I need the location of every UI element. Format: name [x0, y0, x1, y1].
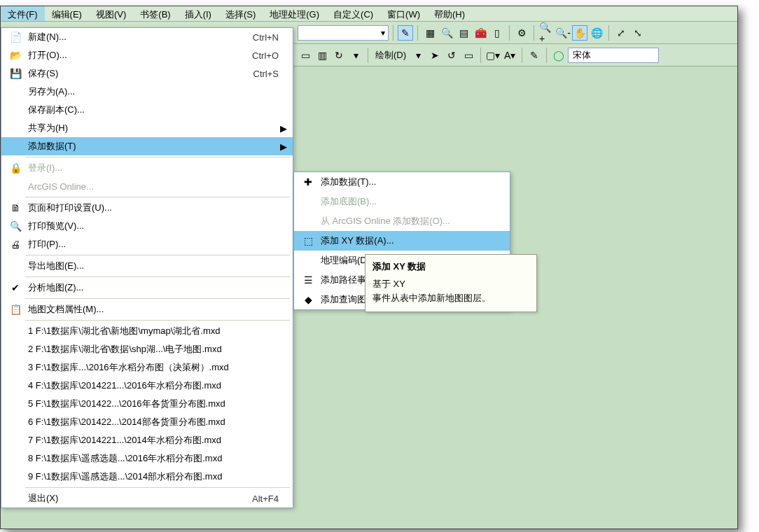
menu-window[interactable]: 窗口(W): [380, 6, 427, 21]
file-new[interactable]: 📄 新建(N)... Ctrl+N: [1, 28, 293, 46]
recent-file-label: 2 F:\1数据库\湖北省\数据\shp湖...\电子地图.mxd: [25, 343, 288, 356]
file-pagesetup-label: 页面和打印设置(U)...: [25, 202, 230, 214]
submenu-item-label: 添加底图(B)...: [318, 195, 506, 208]
file-open-label: 打开(O)...: [25, 49, 230, 62]
recent-file-label: 9 F:\1数据库\遥感选题...\2014部水稻分布图.mxd: [25, 470, 288, 483]
submenu-add-basemap: 添加底图(B)...: [294, 192, 510, 211]
submenu-add-data[interactable]: ✚ 添加数据(T)...: [294, 172, 510, 192]
menu-edit[interactable]: 编辑(E): [45, 6, 89, 21]
recent-file[interactable]: 9 F:\1数据库\遥感选题...\2014部水稻分布图.mxd: [1, 468, 293, 486]
submenu-item-label: 从 ArcGIS Online 添加数据(O)...: [318, 215, 506, 227]
file-saveas-label: 另存为(A)...: [25, 85, 230, 98]
add-data-icon: ✚: [298, 176, 318, 188]
edit-icon[interactable]: ✎: [527, 48, 542, 63]
recent-file[interactable]: 4 F:\1数据库\2014221...\2016年水稻分布图.mxd: [1, 377, 293, 395]
tooltip-title: 添加 XY 数据: [372, 260, 529, 273]
python-icon[interactable]: ▯: [489, 25, 505, 41]
login-icon: 🔒: [6, 162, 25, 174]
scale-combo[interactable]: ▾: [298, 25, 389, 41]
file-save[interactable]: 💾 保存(S) Ctrl+S: [1, 64, 293, 83]
file-add-data[interactable]: 添加数据(T) ▶: [1, 137, 293, 155]
submenu-add-xy-data[interactable]: ⬚ 添加 XY 数据(A)...: [294, 231, 510, 251]
file-save-copy[interactable]: 保存副本(C)...: [1, 101, 293, 119]
file-exit-label: 退出(X): [25, 492, 230, 505]
draw-dropdown-icon[interactable]: ▾: [410, 48, 426, 63]
file-open[interactable]: 📂 打开(O)... Ctrl+O: [1, 46, 293, 64]
collapse-icon[interactable]: ⤡: [630, 25, 646, 41]
file-exit[interactable]: 退出(X) Alt+F4: [1, 489, 293, 507]
rotate-icon[interactable]: ↺: [444, 48, 459, 63]
draw-label[interactable]: 绘制(D): [372, 49, 409, 62]
recent-file[interactable]: 5 F:\1数据库\201422...\2016年各货重分布图.mxd: [1, 395, 293, 413]
route-icon: ☰: [298, 274, 318, 286]
catalog-icon[interactable]: ▦: [422, 25, 438, 41]
toc-icon[interactable]: ▤: [456, 25, 471, 41]
file-new-shortcut: Ctrl+N: [230, 32, 279, 43]
file-new-label: 新建(N)...: [25, 31, 230, 43]
separator: [480, 48, 481, 63]
separator: [368, 48, 368, 63]
zoom-in-icon[interactable]: 🔍+: [538, 25, 554, 41]
separator: [534, 25, 534, 41]
file-doc-props[interactable]: 📋 地图文档属性(M)...: [1, 300, 293, 318]
font-icon[interactable]: ◯: [551, 48, 566, 63]
query-layer-icon: ◆: [298, 294, 318, 305]
text-icon[interactable]: A▾: [502, 48, 517, 63]
file-save-as[interactable]: 另存为(A)...: [1, 83, 293, 101]
menu-insert[interactable]: 插入(I): [178, 6, 218, 21]
file-page-setup[interactable]: 🗎 页面和打印设置(U)...: [1, 199, 293, 217]
editor-toolbar-icon[interactable]: ✎: [398, 25, 413, 41]
full-extent-icon[interactable]: 🌐: [589, 25, 604, 41]
font-combo[interactable]: 宋体: [568, 48, 659, 63]
pan-icon[interactable]: ✋: [572, 25, 587, 41]
recent-file-label: 4 F:\1数据库\2014221...\2016年水稻分布图.mxd: [25, 379, 288, 392]
file-arcgis-online: ArcGIS Online...: [1, 177, 293, 195]
refresh-icon[interactable]: ↻: [331, 48, 347, 63]
menu-file[interactable]: 文件(F): [1, 6, 45, 21]
recent-file-label: 6 F:\1数据库\201422...\2014部各货重分布图.mxd: [25, 416, 288, 428]
menu-geoprocess[interactable]: 地理处理(G): [263, 6, 326, 21]
separator: [393, 25, 394, 41]
recent-file[interactable]: 3 F:\1数据库...\2016年水稻分布图（决策树）.mxd: [1, 358, 293, 377]
menu-selection[interactable]: 选择(S): [218, 6, 263, 21]
separator: [509, 25, 510, 41]
preview-icon: 🔍: [6, 220, 25, 232]
search-icon[interactable]: 🔍: [439, 25, 454, 41]
menu-help[interactable]: 帮助(H): [427, 6, 472, 21]
recent-file[interactable]: 2 F:\1数据库\湖北省\数据\shp湖...\电子地图.mxd: [1, 340, 293, 358]
file-menu-dropdown: 📄 新建(N)... Ctrl+N 📂 打开(O)... Ctrl+O 💾 保存…: [1, 27, 293, 508]
recent-file[interactable]: 1 F:\1数据库\湖北省\新地图\mymap\湖北省.mxd: [1, 322, 293, 340]
file-print-preview[interactable]: 🔍 打印预览(V)...: [1, 217, 293, 235]
menu-customize[interactable]: 自定义(C): [326, 6, 380, 21]
separator: [417, 25, 418, 41]
open-icon: 📂: [6, 50, 25, 61]
model-icon[interactable]: ⚙: [514, 25, 529, 41]
zoom-out-icon[interactable]: 🔍-: [555, 25, 571, 41]
page-setup-icon: 🗎: [6, 202, 25, 214]
recent-file-label: 8 F:\1数据库\遥感选题...\2016年水稻分布图.mxd: [25, 452, 288, 465]
toolbox-icon[interactable]: 🧰: [473, 25, 488, 41]
recent-file[interactable]: 7 F:\1数据库\2014221...\2014年水稻分布图.mxd: [1, 431, 293, 449]
file-share[interactable]: 共享为(H) ▶: [1, 119, 293, 137]
menu-view[interactable]: 视图(V): [89, 6, 133, 21]
pointer-icon[interactable]: ➤: [427, 48, 443, 63]
submenu-add-from-online: 从 ArcGIS Online 添加数据(O)...: [294, 211, 510, 231]
file-export-map[interactable]: 导出地图(E)...: [1, 257, 293, 275]
file-share-label: 共享为(H): [25, 122, 230, 134]
recent-file[interactable]: 6 F:\1数据库\201422...\2014部各货重分布图.mxd: [1, 413, 293, 431]
file-print[interactable]: 🖨 打印(P)...: [1, 235, 293, 253]
expand-icon[interactable]: ⤢: [613, 25, 629, 41]
tooltip-line: 事件从表中添加新地图图层。: [372, 291, 529, 305]
pause-icon[interactable]: ▾: [348, 48, 363, 63]
menu-bookmarks[interactable]: 书签(B): [133, 6, 177, 21]
file-arcgis-label: ArcGIS Online...: [25, 181, 230, 192]
data-icon[interactable]: ▥: [314, 48, 330, 63]
submenu-arrow-icon: ▶: [279, 123, 288, 134]
file-savecopy-label: 保存副本(C)...: [25, 104, 230, 116]
recent-file[interactable]: 8 F:\1数据库\遥感选题...\2016年水稻分布图.mxd: [1, 449, 293, 468]
file-analyze-map[interactable]: ✔ 分析地图(Z)...: [1, 279, 293, 297]
shape-icon[interactable]: ▢▾: [485, 48, 501, 63]
zoom-rect-icon[interactable]: ▭: [461, 48, 476, 63]
layout-icon[interactable]: ▭: [298, 48, 313, 63]
file-exportmap-label: 导出地图(E)...: [25, 260, 230, 272]
